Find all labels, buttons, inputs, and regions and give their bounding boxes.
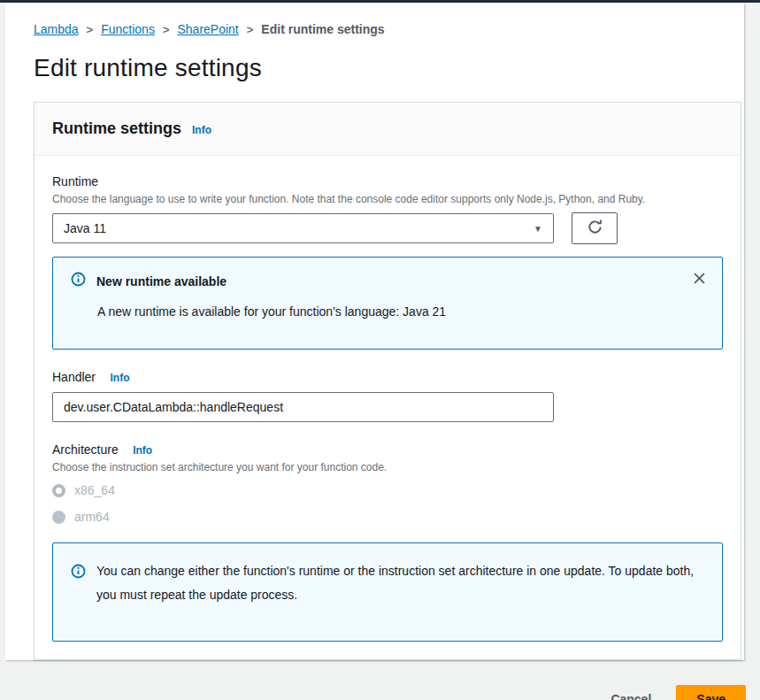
handler-info-link[interactable]: Info: [110, 372, 129, 384]
info-icon: [71, 272, 86, 290]
cancel-button[interactable]: Cancel: [610, 692, 651, 700]
runtime-label: Runtime: [52, 174, 98, 188]
runtime-description: Choose the language to use to write your…: [52, 193, 723, 205]
breadcrumb-link-lambda[interactable]: Lambda: [34, 22, 79, 36]
handler-input[interactable]: [52, 392, 554, 422]
radio-label: arm64: [74, 510, 110, 524]
card-info-link[interactable]: Info: [192, 124, 211, 136]
card-title: Runtime settings: [52, 119, 181, 138]
runtime-field: Runtime Choose the language to use to wr…: [52, 173, 723, 244]
radio-option-x86_64: x86_64: [52, 481, 723, 500]
radio-option-arm64: arm64: [52, 507, 723, 527]
breadcrumb-separator-icon: >: [87, 23, 94, 36]
new-runtime-alert: New runtime available A new runtime is a…: [52, 257, 723, 350]
footer-actions: Cancel Save: [0, 664, 760, 700]
chevron-down-icon: ▼: [534, 224, 542, 234]
update-process-alert: You can change either the function's run…: [52, 542, 723, 642]
alert-message: A new runtime is available for your func…: [97, 304, 704, 319]
alert-title: New runtime available: [96, 274, 226, 288]
breadcrumb: Lambda > Functions > SharePoint > Edit r…: [34, 22, 743, 36]
close-icon: [693, 271, 706, 288]
handler-field: Handler Info: [52, 369, 723, 422]
architecture-field: Architecture Info Choose the instruction…: [52, 442, 723, 527]
radio-label: x86_64: [74, 483, 115, 497]
info-icon: [71, 564, 86, 582]
breadcrumb-link-functions[interactable]: Functions: [101, 22, 155, 36]
breadcrumb-separator-icon: >: [163, 23, 170, 36]
radio-unselected-disabled-icon: [52, 511, 65, 524]
radio-selected-disabled-icon: [52, 484, 65, 497]
breadcrumb-current: Edit runtime settings: [261, 22, 384, 36]
architecture-info-link[interactable]: Info: [133, 444, 152, 457]
alert-message: You can change either the function's run…: [96, 559, 704, 607]
card-header: Runtime settings Info: [35, 103, 741, 156]
main-content-panel: Lambda > Functions > SharePoint > Edit r…: [5, 3, 744, 660]
breadcrumb-link-sharepoint[interactable]: SharePoint: [177, 22, 238, 36]
breadcrumb-separator-icon: >: [247, 23, 254, 36]
refresh-runtimes-button[interactable]: [572, 212, 618, 244]
handler-label: Handler: [52, 370, 96, 384]
page-title: Edit runtime settings: [34, 54, 743, 82]
runtime-select[interactable]: Java 11 ▼: [52, 213, 554, 243]
runtime-settings-card: Runtime settings Info Runtime Choose the…: [34, 102, 741, 660]
card-body: Runtime Choose the language to use to wr…: [35, 156, 741, 659]
architecture-label: Architecture: [52, 442, 119, 457]
architecture-radio-group: x86_64 arm64: [52, 481, 723, 527]
refresh-icon: [587, 219, 603, 238]
save-button[interactable]: Save: [676, 685, 746, 700]
architecture-description: Choose the instruction set architecture …: [52, 461, 723, 473]
close-alert-button[interactable]: [689, 268, 710, 291]
runtime-select-value: Java 11: [64, 221, 106, 235]
